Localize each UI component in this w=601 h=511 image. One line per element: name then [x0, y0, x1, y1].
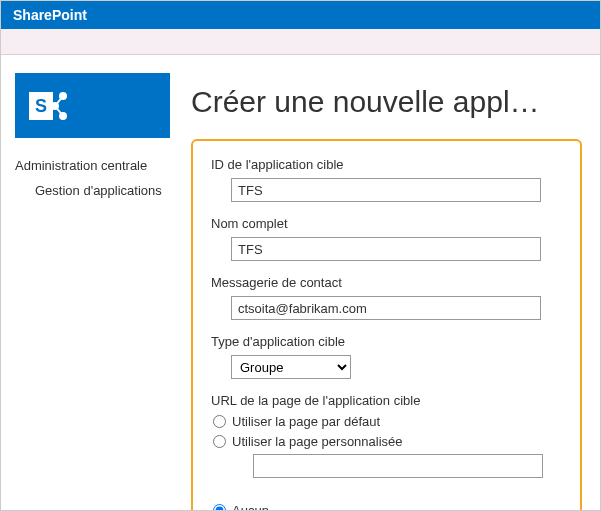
- product-name: SharePoint: [13, 7, 87, 23]
- radio-custom-page[interactable]: [213, 435, 226, 448]
- radio-default-page-label[interactable]: Utiliser la page par défaut: [232, 414, 380, 429]
- main-content: Créer une nouvelle appl… ID de l'applica…: [185, 73, 582, 511]
- label-app-type: Type d'application cible: [211, 334, 562, 349]
- page-title: Créer une nouvelle appl…: [191, 85, 582, 119]
- ribbon-spacer: [1, 29, 600, 55]
- label-contact-email: Messagerie de contact: [211, 275, 562, 290]
- label-display-name: Nom complet: [211, 216, 562, 231]
- select-app-type[interactable]: Groupe: [231, 355, 351, 379]
- sharepoint-logo-tile: S: [15, 73, 170, 138]
- radio-none[interactable]: [213, 504, 226, 511]
- sharepoint-logo-icon: S: [25, 82, 73, 130]
- create-app-form: ID de l'application cible Nom complet Me…: [191, 139, 582, 511]
- svg-line-5: [55, 96, 63, 106]
- input-app-id[interactable]: [231, 178, 541, 202]
- radio-none-label[interactable]: Aucun: [232, 503, 269, 511]
- svg-line-6: [55, 106, 63, 116]
- left-sidebar: S Administration centrale Gestion d'appl…: [15, 73, 185, 511]
- radio-custom-page-label[interactable]: Utiliser la page personnalisée: [232, 434, 403, 449]
- radio-default-page[interactable]: [213, 415, 226, 428]
- svg-text:S: S: [35, 96, 47, 116]
- input-display-name[interactable]: [231, 237, 541, 261]
- label-page-url: URL de la page de l'application cible: [211, 393, 562, 408]
- label-app-id: ID de l'application cible: [211, 157, 562, 172]
- nav-admin-central[interactable]: Administration centrale: [15, 158, 185, 173]
- input-custom-url[interactable]: [253, 454, 543, 478]
- input-contact-email[interactable]: [231, 296, 541, 320]
- nav-app-management[interactable]: Gestion d'applications: [15, 183, 185, 198]
- suite-bar: SharePoint: [1, 1, 600, 29]
